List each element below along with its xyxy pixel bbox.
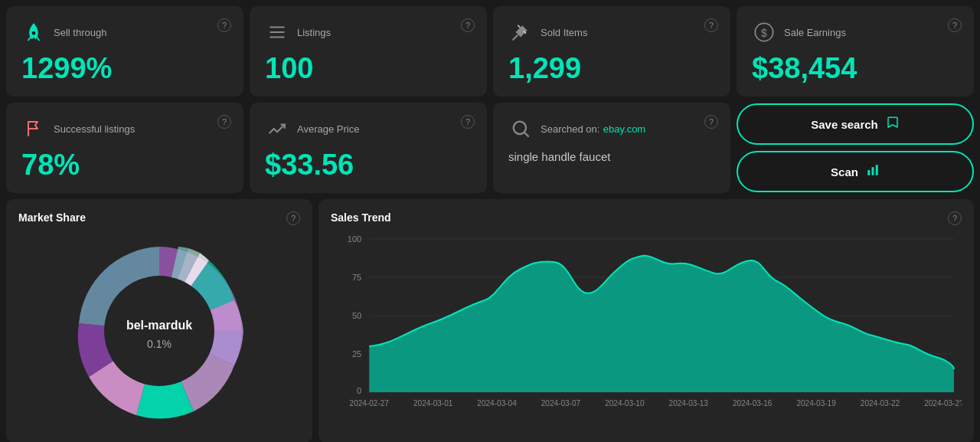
sale-earnings-help[interactable]: ? bbox=[948, 18, 962, 32]
svg-rect-8 bbox=[871, 167, 874, 175]
sold-items-card: Sold Items ? 1,299 bbox=[493, 6, 730, 97]
average-price-value: $33.56 bbox=[265, 150, 472, 179]
listings-help[interactable]: ? bbox=[461, 18, 475, 32]
sell-through-value: 1299% bbox=[21, 54, 228, 83]
svg-rect-9 bbox=[876, 165, 878, 175]
sales-trend-chart: 100 75 50 25 0 2024-02-27 2024-03-01 202… bbox=[331, 231, 962, 415]
svg-text:2024-03-2?: 2024-03-2? bbox=[924, 399, 962, 408]
successful-listings-header: Successful listings bbox=[21, 116, 228, 141]
save-search-button[interactable]: Save search bbox=[737, 103, 974, 145]
svg-rect-2 bbox=[270, 31, 285, 33]
svg-text:2024-03-19: 2024-03-19 bbox=[796, 399, 836, 408]
donut-chart: bel-marduk 0.1% bbox=[60, 231, 259, 431]
row2-metrics: Successful listings ? 78% Average Price … bbox=[0, 97, 980, 193]
sale-earnings-card: $ Sale Earnings ? $38,454 bbox=[737, 6, 974, 97]
svg-text:$: $ bbox=[761, 27, 767, 39]
svg-text:2024-03-16: 2024-03-16 bbox=[733, 399, 773, 408]
sale-earnings-header: $ Sale Earnings bbox=[752, 20, 959, 44]
sales-trend-svg: 100 75 50 25 0 2024-02-27 2024-03-01 202… bbox=[331, 231, 962, 415]
svg-text:75: 75 bbox=[352, 273, 361, 282]
trend-icon bbox=[265, 116, 289, 141]
sale-earnings-value: $38,454 bbox=[752, 54, 959, 83]
row3-charts: ? Market Share bbox=[0, 193, 980, 442]
donut-chart-container: bel-marduk 0.1% bbox=[18, 231, 300, 431]
sold-items-header: Sold Items bbox=[508, 20, 715, 44]
searched-on-help[interactable]: ? bbox=[704, 115, 718, 129]
bookmark-icon bbox=[886, 116, 900, 133]
donut-center-label: bel-marduk bbox=[126, 319, 192, 332]
svg-text:100: 100 bbox=[348, 234, 361, 244]
listings-card: Listings ? 100 bbox=[250, 6, 487, 97]
sales-trend-title: Sales Trend bbox=[331, 211, 962, 224]
searched-on-info: Searched on: ebay.com bbox=[541, 122, 645, 136]
successful-listings-title: Successful listings bbox=[54, 123, 135, 135]
sales-trend-help[interactable]: ? bbox=[948, 211, 962, 225]
svg-text:2024-03-01: 2024-03-01 bbox=[413, 399, 453, 408]
successful-listings-value: 78% bbox=[21, 150, 228, 179]
donut-center-value: 0.1% bbox=[147, 338, 172, 350]
flag-icon bbox=[21, 116, 46, 141]
sell-through-help[interactable]: ? bbox=[217, 18, 231, 32]
sold-items-value: 1,299 bbox=[508, 54, 715, 83]
svg-rect-3 bbox=[270, 36, 285, 38]
successful-listings-card: Successful listings ? 78% bbox=[6, 103, 243, 193]
svg-text:50: 50 bbox=[352, 311, 361, 320]
gavel-icon bbox=[508, 20, 533, 44]
dollar-icon: $ bbox=[752, 20, 776, 44]
average-price-title: Average Price bbox=[297, 123, 359, 135]
sell-through-header: Sell through bbox=[21, 20, 228, 44]
sales-trend-card: ? Sales Trend 100 75 50 25 0 bbox=[318, 199, 974, 442]
svg-text:2024-03-10: 2024-03-10 bbox=[605, 399, 645, 408]
listings-value: 100 bbox=[265, 54, 472, 83]
average-price-header: Average Price bbox=[265, 116, 472, 141]
market-share-title: Market Share bbox=[18, 211, 300, 224]
market-share-help[interactable]: ? bbox=[286, 211, 300, 225]
listings-title: Listings bbox=[297, 27, 331, 38]
searched-on-header: Searched on: ebay.com bbox=[508, 116, 715, 141]
scan-label: Scan bbox=[831, 165, 858, 178]
svg-text:2024-03-22: 2024-03-22 bbox=[861, 399, 900, 408]
svg-text:2024-03-13: 2024-03-13 bbox=[669, 399, 709, 408]
row1-metrics: Sell through ? 1299% Listings ? 100 bbox=[0, 0, 980, 97]
average-price-help[interactable]: ? bbox=[461, 115, 475, 129]
searched-on-label: Searched on: bbox=[541, 123, 599, 135]
sale-earnings-title: Sale Earnings bbox=[784, 27, 846, 38]
market-share-card: ? Market Share bbox=[6, 199, 312, 442]
rocket-icon bbox=[21, 20, 46, 44]
bar-chart-icon bbox=[866, 163, 880, 180]
sold-items-help[interactable]: ? bbox=[704, 18, 718, 32]
sell-through-card: Sell through ? 1299% bbox=[6, 6, 243, 97]
search-query-text: single handle faucet bbox=[508, 150, 715, 163]
scan-button[interactable]: Scan bbox=[737, 151, 974, 192]
searched-on-site: ebay.com bbox=[603, 123, 645, 135]
svg-text:2024-03-07: 2024-03-07 bbox=[541, 399, 581, 408]
svg-text:2024-02-27: 2024-02-27 bbox=[350, 399, 390, 408]
svg-point-0 bbox=[32, 31, 36, 35]
action-buttons-card: Save search Scan bbox=[737, 103, 974, 193]
svg-text:25: 25 bbox=[352, 349, 361, 359]
average-price-card: Average Price ? $33.56 bbox=[250, 103, 487, 193]
list-icon bbox=[265, 20, 289, 44]
searched-on-card: Searched on: ebay.com ? single handle fa… bbox=[493, 103, 730, 193]
sold-items-title: Sold Items bbox=[541, 27, 587, 38]
svg-rect-1 bbox=[270, 26, 285, 28]
sell-through-title: Sell through bbox=[54, 27, 106, 38]
successful-listings-help[interactable]: ? bbox=[217, 115, 231, 129]
svg-rect-7 bbox=[867, 170, 870, 175]
search-icon bbox=[508, 116, 533, 141]
listings-header: Listings bbox=[265, 20, 472, 44]
svg-text:2024-03-04: 2024-03-04 bbox=[477, 399, 517, 408]
save-search-label: Save search bbox=[811, 118, 878, 131]
svg-text:0: 0 bbox=[357, 386, 361, 395]
